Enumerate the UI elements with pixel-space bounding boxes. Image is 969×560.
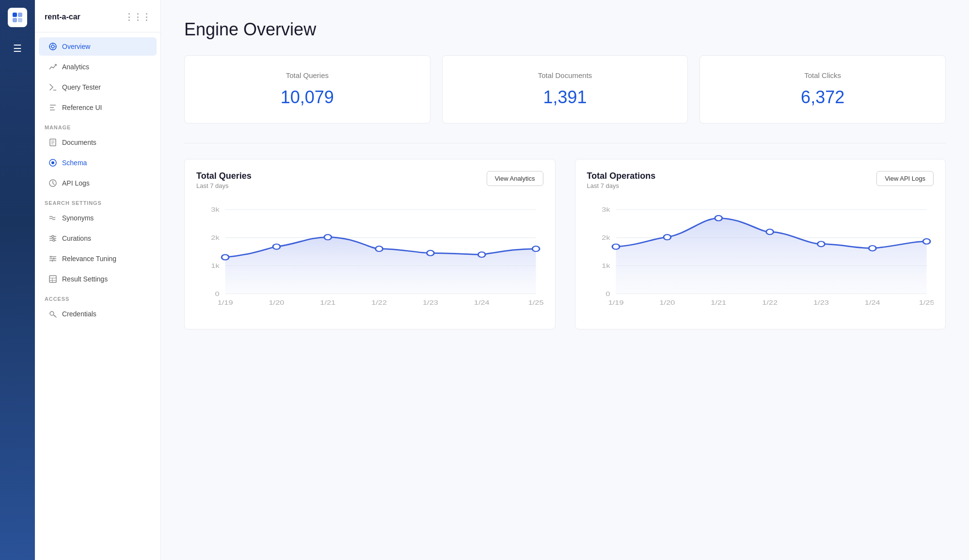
divider [184,143,946,143]
section-manage-label: MANAGE [35,118,160,132]
sidebar-item-synonyms[interactable]: Synonyms [39,209,157,227]
sidebar-item-credentials[interactable]: Credentials [39,305,157,323]
svg-point-49 [222,255,229,260]
sidebar-item-curations[interactable]: Curations [39,229,157,248]
svg-text:1/21: 1/21 [711,299,726,306]
sidebar-item-credentials-label: Credentials [62,310,96,318]
svg-point-76 [869,246,876,251]
svg-rect-0 [13,13,17,17]
chart-title-operations: Total Operations Last 7 days [587,171,656,189]
app-logo [8,8,27,27]
section-access-label: ACCESS [35,289,160,304]
svg-text:1/25: 1/25 [528,299,543,306]
sidebar-item-schema[interactable]: Schema [39,154,157,172]
svg-text:1/24: 1/24 [474,299,490,306]
sidebar-app-header: rent-a-car ⋮⋮⋮ [35,8,160,32]
analytics-icon [48,62,57,71]
chart-header-operations: Total Operations Last 7 days View API Lo… [587,171,934,189]
stat-card-total-queries: Total Queries 10,079 [184,55,430,124]
chart-title-queries: Total Queries Last 7 days [196,171,252,189]
app-name-label: rent-a-car [45,13,80,21]
result-settings-icon [48,275,57,283]
charts-row: Total Queries Last 7 days View Analytics [184,159,946,329]
svg-text:1k: 1k [211,263,220,269]
svg-point-52 [376,246,383,251]
stat-label-total-documents: Total Documents [454,71,676,79]
main-content: Engine Overview Total Queries 10,079 Tot… [161,0,969,560]
svg-point-26 [52,235,54,237]
stat-card-total-clicks: Total Clicks 6,372 [699,55,946,124]
sidebar: rent-a-car ⋮⋮⋮ Overview Analytics [35,0,161,560]
left-rail: ☰ [0,0,35,560]
svg-text:1/23: 1/23 [813,299,829,306]
svg-text:3k: 3k [211,206,220,213]
stat-label-total-queries: Total Queries [196,71,418,79]
svg-point-72 [664,234,671,240]
stats-row: Total Queries 10,079 Total Documents 1,3… [184,55,946,124]
chart-total-queries: Total Queries Last 7 days View Analytics [184,159,556,329]
svg-rect-34 [49,276,56,282]
chart-header-queries: Total Queries Last 7 days View Analytics [196,171,543,189]
svg-point-51 [324,234,332,240]
view-analytics-button[interactable]: View Analytics [487,171,543,186]
api-logs-icon [48,179,57,187]
sidebar-item-analytics[interactable]: Analytics [39,58,157,76]
svg-rect-2 [13,18,17,22]
svg-point-50 [273,244,280,249]
svg-text:1/21: 1/21 [320,299,335,306]
stat-label-total-clicks: Total Clicks [712,71,934,79]
documents-icon [48,138,57,147]
view-api-logs-button[interactable]: View API Logs [876,171,934,186]
schema-icon [48,158,57,167]
section-search-settings-label: SEARCH SETTINGS [35,193,160,208]
sidebar-item-analytics-label: Analytics [62,63,89,71]
sidebar-item-api-logs[interactable]: API Logs [39,174,157,192]
sidebar-item-overview-label: Overview [62,43,90,50]
chart-total-operations: Total Operations Last 7 days View API Lo… [575,159,946,329]
page-title: Engine Overview [184,19,946,40]
stat-card-total-documents: Total Documents 1,391 [442,55,688,124]
hamburger-icon[interactable]: ☰ [13,43,22,54]
chart-svg-queries: 3k 2k 1k 0 [196,199,543,317]
svg-rect-1 [18,13,22,17]
sidebar-item-query-tester[interactable]: Query Tester [39,78,157,96]
svg-text:1/20: 1/20 [269,299,285,306]
sidebar-item-result-settings-label: Result Settings [62,275,108,283]
svg-text:1/19: 1/19 [218,299,233,306]
svg-point-53 [427,250,434,256]
svg-text:1/22: 1/22 [371,299,387,306]
svg-text:0: 0 [215,291,220,297]
svg-text:1k: 1k [602,263,610,269]
stat-value-total-queries: 10,079 [196,87,418,108]
stat-value-total-documents: 1,391 [454,87,676,108]
svg-text:1/24: 1/24 [864,299,880,306]
svg-point-19 [51,161,54,164]
sidebar-item-curations-label: Curations [62,234,91,242]
svg-point-5 [51,45,54,48]
svg-text:3k: 3k [602,206,610,213]
sidebar-item-synonyms-label: Synonyms [62,214,94,222]
svg-text:1/23: 1/23 [423,299,438,306]
svg-point-73 [715,216,722,221]
sidebar-item-documents-label: Documents [62,139,96,146]
sidebar-item-reference-ui[interactable]: Reference UI [39,98,157,117]
stat-value-total-clicks: 6,372 [712,87,934,108]
chart-svg-operations: 3k 2k 1k 0 1/19 1/ [587,199,934,317]
app-menu-dots[interactable]: ⋮⋮⋮ [125,12,151,22]
relevance-tuning-icon [48,254,57,263]
svg-text:1/20: 1/20 [659,299,675,306]
sidebar-item-result-settings[interactable]: Result Settings [39,270,157,288]
svg-text:2k: 2k [602,234,610,241]
svg-point-71 [612,244,620,249]
overview-icon [48,42,57,51]
svg-point-54 [478,252,485,257]
sidebar-item-overview[interactable]: Overview [39,37,157,56]
svg-rect-3 [18,18,22,22]
svg-text:1/22: 1/22 [762,299,778,306]
svg-text:1/25: 1/25 [919,299,934,306]
synonyms-icon [48,214,57,222]
sidebar-item-documents[interactable]: Documents [39,133,157,152]
svg-text:2k: 2k [211,234,220,241]
sidebar-item-relevance-tuning[interactable]: Relevance Tuning [39,249,157,268]
sidebar-item-relevance-tuning-label: Relevance Tuning [62,255,116,263]
